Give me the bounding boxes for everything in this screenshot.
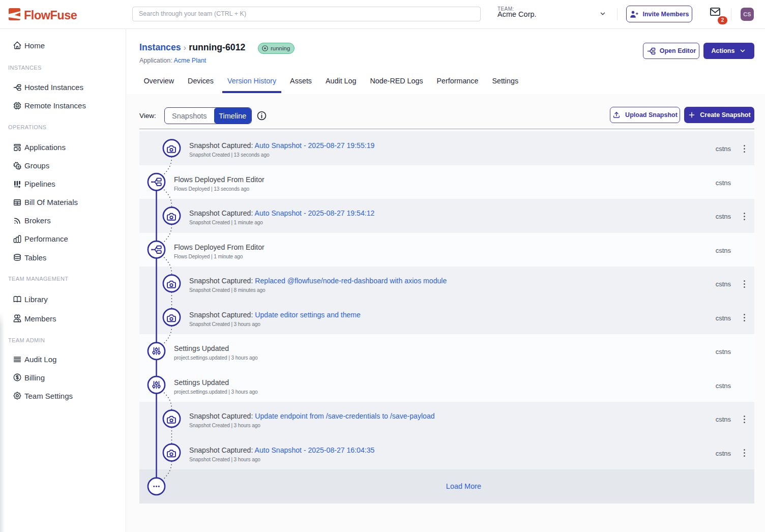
svg-text:FlowFuse: FlowFuse xyxy=(24,9,77,22)
